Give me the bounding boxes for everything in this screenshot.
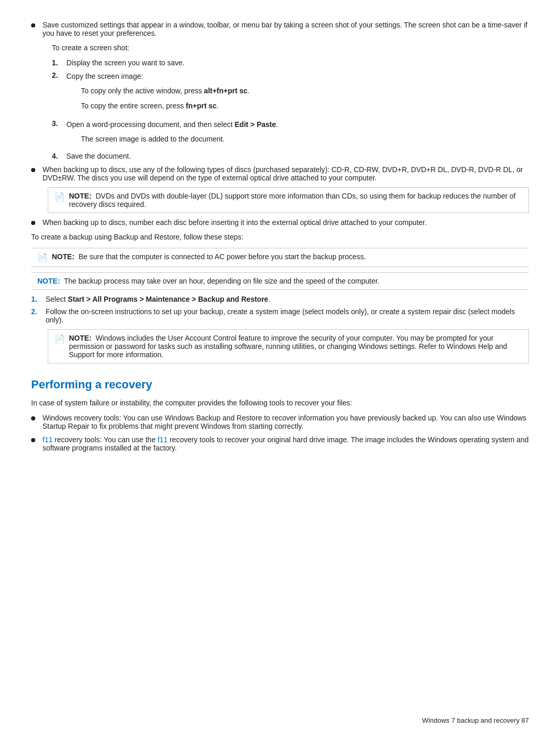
steps2-content-2: Follow the on-screen instructions to set… xyxy=(46,307,529,324)
step-3-content: Open a word-processing document, and the… xyxy=(66,119,529,148)
steps2-content-1: Select Start > All Programs > Maintenanc… xyxy=(46,295,529,303)
steps2-after-1: . xyxy=(268,295,270,303)
recovery-bullet-dot-2 xyxy=(31,438,35,442)
section-heading: Performing a recovery xyxy=(31,378,529,391)
step-2-num: 2. xyxy=(52,71,66,79)
steps2-num-1: 1. xyxy=(31,295,46,303)
step-4: 4. Save the document. xyxy=(52,152,529,160)
bullet-list-3: When backing up to discs, number each di… xyxy=(31,218,529,227)
f11-link-2[interactable]: f11 xyxy=(158,435,167,444)
step-2-content: Copy the screen image: To copy only the … xyxy=(66,71,529,115)
bullet-dot-1 xyxy=(31,23,35,27)
screen-shot-intro: To create a screen shot: xyxy=(52,43,529,53)
bullet-dot-2 xyxy=(31,168,35,172)
intro-bullet-list: Save customized settings that appear in … xyxy=(31,21,529,37)
note-label-4: NOTE: xyxy=(69,334,92,342)
note4-container: 📄 NOTE: Windows includes the User Accoun… xyxy=(48,329,529,363)
note-content-3: The backup process may take over an hour… xyxy=(64,277,380,285)
section-intro: In case of system failure or instability… xyxy=(31,398,529,409)
step-3-num: 3. xyxy=(52,119,66,128)
steps2-text-2: Follow the on-screen instructions to set… xyxy=(46,307,515,324)
step-2-sub2-bold: fn+prt sc xyxy=(186,102,217,110)
bullet-item-2: When backing up to discs, use any of the… xyxy=(31,165,529,182)
note-label-3: NOTE: xyxy=(37,277,60,285)
bullet-dot-3 xyxy=(31,221,35,225)
note1-container: 📄 NOTE: DVDs and DVDs with double-layer … xyxy=(48,187,529,213)
backup-intro: To create a backup using Backup and Rest… xyxy=(31,232,529,243)
recovery-bullet-text-2: f11 recovery tools: You can use the f11 … xyxy=(43,435,529,452)
recovery-bullet-text-1: Windows recovery tools: You can use Wind… xyxy=(43,414,529,430)
step-3-text: Open a word-processing document, and the… xyxy=(66,119,529,131)
recovery-bullet-2-mid: recovery tools: You can use the xyxy=(52,435,157,444)
recovery-bullet-dot-1 xyxy=(31,416,35,420)
step-3: 3. Open a word-processing document, and … xyxy=(52,119,529,148)
note-box-1: 📄 NOTE: DVDs and DVDs with double-layer … xyxy=(48,187,529,213)
page-content: Save customized settings that appear in … xyxy=(31,21,529,452)
step-3-sub: The screen image is added to the documen… xyxy=(81,134,529,145)
step-2-sub2: To copy the entire screen, press fn+prt … xyxy=(81,101,529,112)
bullet-item-1: Save customized settings that appear in … xyxy=(31,21,529,37)
step-3-sub-text: The screen image is added to the documen… xyxy=(81,134,529,145)
note-text-1: NOTE: DVDs and DVDs with double-layer (D… xyxy=(69,192,522,208)
steps2-item-2: 2. Follow the on-screen instructions to … xyxy=(31,307,529,324)
note-text-2: NOTE: Be sure that the computer is conne… xyxy=(52,252,366,261)
step-1: 1. Display the screen you want to save. xyxy=(52,59,529,67)
step-2-sub1-before: To copy only the active window, press xyxy=(81,87,204,95)
step-4-num: 4. xyxy=(52,152,66,160)
note-icon-1: 📄 xyxy=(54,192,65,202)
bullet-item-3: When backing up to discs, number each di… xyxy=(31,218,529,227)
step-2-sub1: To copy only the active window, press al… xyxy=(81,86,529,97)
bullet-list-2: When backing up to discs, use any of the… xyxy=(31,165,529,182)
recovery-bullet-list: Windows recovery tools: You can use Wind… xyxy=(31,414,529,452)
bullet-text-2: When backing up to discs, use any of the… xyxy=(43,165,529,182)
step-3-before: Open a word-processing document, and the… xyxy=(66,120,235,129)
note-icon-4: 📄 xyxy=(54,334,65,344)
note-text-4: NOTE: Windows includes the User Account … xyxy=(69,334,522,359)
step-2-text: Copy the screen image: xyxy=(66,71,529,82)
note-text-3: NOTE: The backup process may take over a… xyxy=(37,277,380,285)
step-1-num: 1. xyxy=(52,59,66,67)
note-icon-2: 📄 xyxy=(37,252,48,262)
steps2-num-2: 2. xyxy=(31,307,46,316)
step-1-text: Display the screen you want to save. xyxy=(66,59,529,67)
step-2-sub2-after: . xyxy=(217,102,219,110)
step-3-after: . xyxy=(276,120,278,129)
note-content-1: DVDs and DVDs with double-layer (DL) sup… xyxy=(69,192,516,208)
step-2-sub2-before: To copy the entire screen, press xyxy=(81,102,186,110)
step-2: 2. Copy the screen image: To copy only t… xyxy=(52,71,529,115)
steps-2-list: 1. Select Start > All Programs > Mainten… xyxy=(31,295,529,324)
recovery-bullet-1: Windows recovery tools: You can use Wind… xyxy=(31,414,529,430)
note-box-2: 📄 NOTE: Be sure that the computer is con… xyxy=(31,248,529,267)
bullet-text-3: When backing up to discs, number each di… xyxy=(43,218,529,227)
steps2-before-1: Select xyxy=(46,295,68,303)
bullet-text-1: Save customized settings that appear in … xyxy=(43,21,529,37)
note-label-1: NOTE: xyxy=(69,192,92,200)
note-box-4: 📄 NOTE: Windows includes the User Accoun… xyxy=(48,329,529,363)
step-2-sub: To copy only the active window, press al… xyxy=(81,86,529,112)
note-content-4: Windows includes the User Account Contro… xyxy=(69,334,507,359)
screen-shot-block: To create a screen shot: 1. Display the … xyxy=(52,43,529,160)
step-2-sub1-after: . xyxy=(247,87,249,95)
step-2-sub1-bold: alt+fn+prt sc xyxy=(204,87,247,95)
note-label-2: NOTE: xyxy=(52,252,75,261)
screen-shot-steps: 1. Display the screen you want to save. … xyxy=(52,59,529,160)
page-footer: Windows 7 backup and recovery 87 xyxy=(422,716,529,724)
recovery-bullet-2: f11 recovery tools: You can use the f11 … xyxy=(31,435,529,452)
f11-link-1[interactable]: f11 xyxy=(43,435,52,444)
step-3-bold: Edit > Paste xyxy=(235,120,276,129)
note-box-3: NOTE: The backup process may take over a… xyxy=(31,272,529,290)
steps2-item-1: 1. Select Start > All Programs > Mainten… xyxy=(31,295,529,303)
step-4-text: Save the document. xyxy=(66,152,529,160)
note-content-2: Be sure that the computer is connected t… xyxy=(78,252,366,261)
steps2-bold-1: Start > All Programs > Maintenance > Bac… xyxy=(68,295,269,303)
